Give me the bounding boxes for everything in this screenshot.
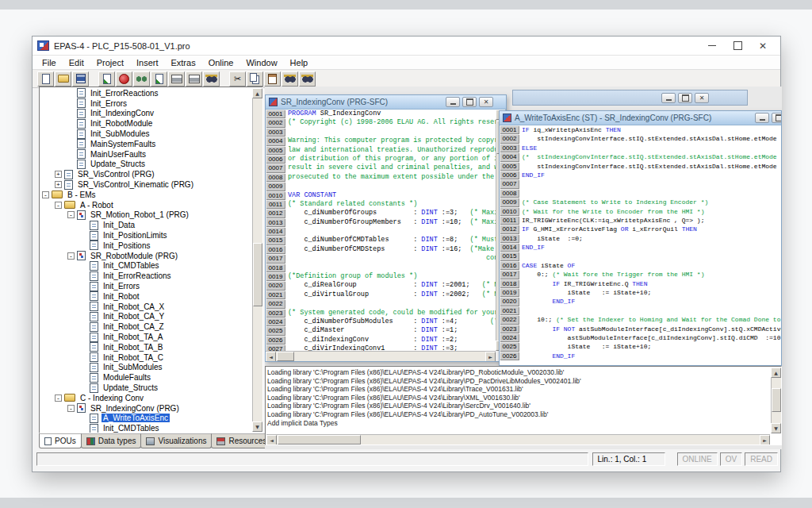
code-line[interactable]: c_diIndexingConv : DINT :=2; [285, 336, 496, 344]
tree-item-init-positions[interactable]: Init_Positions [40, 241, 251, 251]
code-line[interactable]: IF iq_xWritetpAxisEnc THEN [519, 125, 781, 134]
close-button[interactable]: ✕ [750, 37, 776, 55]
messages-vertical-scrollbar[interactable]: ▲ ▼ [771, 368, 781, 433]
expand-icon[interactable]: + [55, 171, 62, 178]
code-line[interactable]: IF NOT astSubModuleInterface[c_diIndexin… [519, 325, 781, 333]
tree-item-init-robot-ta-b[interactable]: Init_Robot_TA_B [40, 342, 251, 352]
code-line[interactable]: 10:; (* Set the Indexer to Homing and Wa… [519, 315, 781, 324]
libsearch-button[interactable] [203, 71, 220, 87]
scroll-left-icon[interactable]: ◄ [266, 435, 277, 445]
ghost-close-icon[interactable]: ✕ [695, 93, 709, 103]
code-line[interactable]: Warning: This computer program is protec… [285, 137, 496, 145]
code-line[interactable]: iState :=0; [519, 234, 781, 243]
tree-item-b-ems[interactable]: -B - EMs [40, 190, 251, 200]
code-line[interactable]: c_diNumberOfSubModules : DINT :=4; (* Nu… [285, 318, 496, 326]
print-button[interactable] [168, 71, 185, 87]
scroll-right-icon[interactable]: ► [760, 435, 770, 445]
code-line[interactable]: prosecuted to the maximum extent possibl… [285, 173, 496, 182]
code-line[interactable]: END_IF [519, 297, 781, 306]
tree-item-sr-viscontrol-prg-[interactable]: +SR_VisControl (PRG) [40, 169, 251, 179]
tree-item-init-robot-ta-c[interactable]: Init_Robot_TA_C [40, 352, 251, 363]
messages-horizontal-scrollbar[interactable]: ◄ ► [266, 434, 770, 444]
copy-button[interactable] [247, 71, 263, 87]
code-line[interactable]: (* stIndexingConvInterface.stIQ.stExtend… [519, 152, 781, 161]
code-line[interactable]: END_IF [519, 352, 781, 360]
code-line[interactable]: ELSE [519, 144, 781, 152]
tree-item-init-indexingconv[interactable]: Init_IndexingConv [40, 109, 251, 119]
menu-window[interactable]: Window [239, 58, 283, 67]
menu-file[interactable]: File [36, 58, 63, 67]
code-line[interactable]: astSubModuleInterface[c_diIndexingConv].… [519, 333, 781, 342]
tab-visualizations[interactable]: Visualizations [140, 433, 212, 448]
scroll-up-icon[interactable]: ▲ [771, 368, 781, 378]
collapse-icon[interactable]: - [55, 202, 62, 209]
libsearch-button[interactable] [282, 71, 298, 87]
editor1-close-icon[interactable]: ✕ [479, 97, 493, 107]
code-line[interactable]: (* Wait for the Write to Encoder from th… [519, 207, 781, 216]
tree-item-init-robot-ca-y[interactable]: Init_Robot_CA_Y [40, 312, 251, 322]
menu-edit[interactable]: Edit [63, 58, 90, 67]
code-line[interactable]: 0:; (* Wait fore the Trigger from the HM… [519, 270, 781, 279]
new-button[interactable] [37, 71, 54, 87]
tree-item-sr-robotmodule-prg-[interactable]: -SR_RobotModule (PRG) [40, 251, 251, 261]
code-line[interactable]: (* Copyright (c) 1998-2006 ELAU AG. All … [285, 118, 496, 127]
tree-item-sr-viscontrol-kinematic-prg-[interactable]: +SR_VisControl_Kinematic (PRG) [40, 179, 251, 190]
code-line[interactable]: result in severe civil and criminal pena… [285, 164, 496, 172]
code-line[interactable]: c_diVirIndexingConv1 : DINT :=3; [285, 344, 496, 351]
code-line[interactable]: contai [285, 254, 496, 263]
expand-icon[interactable]: + [55, 181, 62, 188]
code-line[interactable]: VAR CONSTANT [285, 191, 496, 200]
collapse-icon[interactable]: - [67, 211, 75, 218]
tree-item-sr-motion-robot-1-prg-[interactable]: -SR_Motion_Robot_1 (PRG) [40, 210, 251, 221]
tree-item-init-robot[interactable]: Init_Robot [40, 291, 251, 302]
editor1-horizontal-scrollbar[interactable]: ◄ ► [266, 351, 496, 361]
editor2-minimize-icon[interactable] [755, 113, 769, 123]
code-line[interactable]: CASE iState OF [519, 261, 781, 270]
tree-scroll-thumb[interactable] [253, 243, 262, 306]
tree-item-modulefaults[interactable]: ModuleFaults [40, 372, 251, 383]
code-line[interactable]: IF G_HMI_xErrorActiveFlag OR i_xErrorQui… [519, 225, 781, 233]
collapse-icon[interactable]: - [67, 405, 75, 412]
code-line[interactable] [285, 182, 496, 190]
menu-help[interactable]: Help [284, 58, 315, 67]
tree-item-sr-indexingconv-prg-[interactable]: -SR_IndexingConv (PRG) [40, 403, 251, 414]
editor2-titlebar[interactable]: A_WriteToAxisEnc (ST) - SR_IndexingConv … [500, 111, 781, 125]
glasses-button[interactable] [133, 71, 150, 87]
code-line[interactable]: stIndexingConvInterface.stIQ.stExtended.… [519, 134, 781, 143]
code-line[interactable] [285, 227, 496, 236]
editor1-maximize-icon[interactable] [462, 97, 477, 107]
collapse-icon[interactable]: - [67, 252, 75, 260]
code-line[interactable]: iState := iState+10; [519, 288, 781, 297]
tree-item-init-positionlimits[interactable]: Init_PositionLimits [40, 230, 251, 241]
code-line[interactable] [285, 264, 496, 272]
code-line[interactable]: (* System generated code, could be modif… [285, 309, 496, 318]
tab-data-types[interactable]: Data types [81, 433, 142, 448]
import-button[interactable] [151, 71, 167, 87]
tree-item-a-robot[interactable]: -A - Robot [40, 200, 251, 210]
tree-item-init-errorreactions[interactable]: Init_ErrorReactions [40, 271, 251, 281]
code-line[interactable]: PROGRAM SR_IndexingConv [285, 110, 496, 118]
scroll-left-icon[interactable]: ◄ [266, 352, 276, 362]
tree-item-init-robotmodule[interactable]: Init_RobotModule [40, 118, 251, 129]
tree-item-init-robot-ca-x[interactable]: Init_Robot_CA_X [40, 302, 251, 312]
tree-item-init-errors[interactable]: Init_Errors [40, 98, 251, 109]
code-line[interactable]: c_diMaster : DINT :=1; [285, 326, 496, 335]
code-line[interactable] [519, 306, 781, 315]
tree-item-init-errorreactions[interactable]: Init_ErrorReactions [40, 88, 251, 98]
code-line[interactable]: or distribution of this program, or any … [285, 155, 496, 164]
code-line[interactable]: c_diNumberOfGroupMembers : DINT :=10; (*… [285, 218, 496, 227]
tree-item-update-structs[interactable]: Update_Structs [40, 160, 251, 170]
collapse-icon[interactable]: - [42, 191, 49, 198]
background-window-titlebar[interactable]: ✕ [512, 90, 748, 106]
messages-hscroll-thumb[interactable] [278, 435, 361, 444]
tree-item-init-data[interactable]: Init_Data [40, 220, 251, 230]
scroll-down-icon[interactable]: ▼ [771, 423, 781, 433]
code-line[interactable] [285, 299, 496, 308]
ghost-maximize-icon[interactable] [678, 93, 692, 103]
tree-vertical-scrollbar[interactable]: ▲ ▼ [252, 88, 262, 432]
export-button[interactable] [98, 71, 115, 87]
tree-item-init-robot-ta-a[interactable]: Init_Robot_TA_A [40, 332, 251, 342]
editor1-minimize-icon[interactable] [446, 97, 460, 107]
code-line[interactable] [519, 252, 781, 260]
code-line[interactable]: END_IF [519, 171, 781, 179]
